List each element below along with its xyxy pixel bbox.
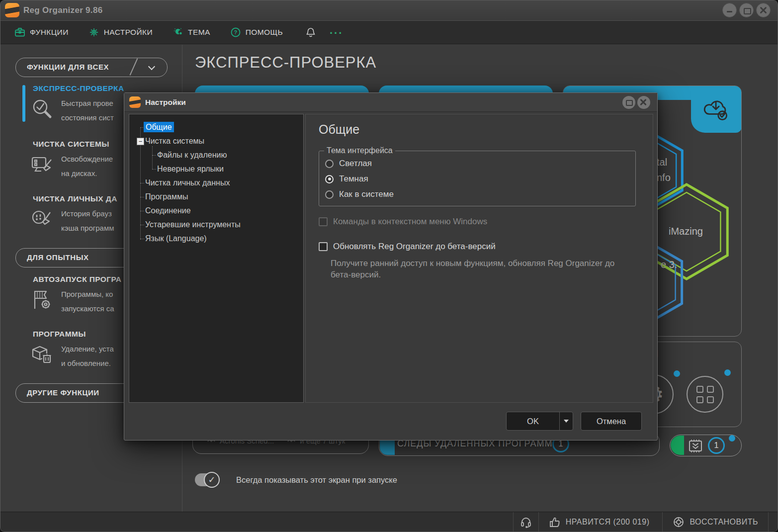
box-trash-icon xyxy=(30,343,54,368)
title-bar: Reg Organizer 9.86 xyxy=(0,0,778,20)
beta-checkbox[interactable] xyxy=(319,242,328,251)
theme-group-label: Тема интерфейса xyxy=(324,146,395,155)
menu-more-label: ... xyxy=(330,28,343,33)
apps-grid-button[interactable] xyxy=(687,376,723,413)
dialog-maximize-button[interactable] xyxy=(622,96,635,109)
app-title: Reg Organizer 9.86 xyxy=(23,5,102,15)
beta-description: Получите ранний доступ к новым функциям,… xyxy=(331,258,639,280)
radio-light-label: Светлая xyxy=(339,159,372,169)
radio-system[interactable] xyxy=(325,190,334,199)
cancel-button-label: Отмена xyxy=(597,417,626,426)
tree-item-connection[interactable]: Соединение xyxy=(129,204,303,218)
like-button[interactable]: НРАВИТСЯ (200 019) xyxy=(538,512,660,532)
radio-row-system[interactable]: Как в системе xyxy=(325,188,629,200)
tree-item-general[interactable]: Общие xyxy=(129,120,303,134)
sidebar-item-title: АВТОЗАПУСК ПРОГРА xyxy=(33,275,121,284)
flag-gear-icon xyxy=(30,288,54,314)
support-button[interactable] xyxy=(513,512,538,532)
restore-button[interactable]: ВОССТАНОВИТЬ xyxy=(662,512,769,532)
notifications-bell-icon[interactable] xyxy=(306,27,316,38)
radio-row-light[interactable]: Светлая xyxy=(325,158,629,170)
app-logo-icon xyxy=(129,96,141,108)
maximize-button[interactable] xyxy=(739,3,754,17)
sidebar-item-desc: Удаление, устаи обновление. xyxy=(61,342,114,370)
dialog-title-bar: Настройки xyxy=(124,93,657,112)
caret-down-icon xyxy=(564,420,569,423)
sidebar-item-desc: Программы, козапускаются са xyxy=(61,287,114,316)
svg-text:?: ? xyxy=(234,29,237,35)
sidebar-item-title: ЧИСТКА СИСТЕМЫ xyxy=(33,140,109,149)
app-window: Reg Organizer 9.86 ФУНКЦИИ НАСТРОЙКИ ТЕМ… xyxy=(0,0,778,532)
section-label: ДЛЯ ОПЫТНЫХ xyxy=(27,253,89,262)
tree-item-files-to-delete[interactable]: Файлы к удалению xyxy=(129,148,303,162)
cancel-button[interactable]: Отмена xyxy=(581,412,642,431)
menu-theme[interactable]: ТЕМА xyxy=(173,27,210,38)
sidebar-item-title: ЭКСПРЕСС-ПРОВЕРКА xyxy=(33,84,124,93)
driver-updates-pill[interactable]: 1 xyxy=(670,435,742,456)
panel-heading: Общие xyxy=(319,122,359,137)
pill-count-badge: 1 xyxy=(708,437,725,454)
radio-row-dark[interactable]: Темная xyxy=(325,173,629,185)
sidebar-item-title: ЧИСТКА ЛИЧНЫХ ДА xyxy=(33,194,117,203)
minimize-button[interactable] xyxy=(722,3,737,17)
menu-help[interactable]: ? ПОМОЩЬ xyxy=(230,27,283,38)
sidebar-item-title: ПРОГРАММЫ xyxy=(33,330,86,339)
sidebar-item-desc: История браузкэша программ xyxy=(61,206,114,235)
tree-item-private-data[interactable]: Чистка личных данных xyxy=(129,176,303,190)
page-title: ЭКСПРЕСС-ПРОВЕРКА xyxy=(195,54,376,72)
settings-tree: Общие − Чистка системы Файлы к удалению … xyxy=(129,114,304,403)
like-label: НРАВИТСЯ (200 019) xyxy=(566,518,650,527)
beta-checkbox-row[interactable]: Обновлять Reg Organizer до бета-версий xyxy=(319,242,496,252)
show-on-startup-toggle[interactable] xyxy=(195,473,218,486)
settings-dialog: Настройки Общие − Чистка системы Файлы к… xyxy=(124,92,658,441)
startup-toggle-row: Всегда показывать этот экран при запуске xyxy=(195,473,397,486)
hex-app-label-3[interactable]: e 3. xyxy=(661,259,677,270)
menu-more[interactable]: ... xyxy=(330,28,343,33)
tree-item-programs[interactable]: Программы xyxy=(129,190,303,204)
notification-dot xyxy=(729,435,735,442)
menu-functions-label: ФУНКЦИИ xyxy=(30,28,69,37)
close-button[interactable] xyxy=(756,3,771,17)
sidebar-item-desc: Освобождениена дисках. xyxy=(61,152,113,180)
menu-bar: ФУНКЦИИ НАСТРОЙКИ ТЕМА ? ПОМОЩЬ ... xyxy=(0,20,778,44)
menu-help-label: ПОМОЩЬ xyxy=(246,28,283,37)
status-bar: НРАВИТСЯ (200 019) ВОССТАНОВИТЬ xyxy=(0,512,778,532)
tree-item-legacy-tools[interactable]: Устаревшие инструменты xyxy=(129,218,303,232)
monitor-broom-icon xyxy=(30,153,54,178)
ok-dropdown[interactable] xyxy=(559,412,573,430)
tree-item-system-cleanup[interactable]: − Чистка системы xyxy=(129,134,303,148)
pill-accent xyxy=(671,436,684,455)
context-menu-checkbox xyxy=(319,217,328,226)
help-icon: ? xyxy=(230,27,241,38)
notification-dot xyxy=(674,370,680,377)
menu-theme-label: ТЕМА xyxy=(188,28,210,37)
check-icon xyxy=(204,472,220,488)
radio-dark[interactable] xyxy=(325,175,334,183)
gear-icon xyxy=(88,27,99,38)
sidebar-item-desc: Быстрая провесостояния сист xyxy=(61,96,114,125)
hex-app-label-1[interactable]: tal nfo xyxy=(657,155,671,185)
sidebar-filter-button[interactable]: ФУНКЦИИ ДЛЯ ВСЕХ xyxy=(15,58,168,77)
context-menu-checkbox-row: Команды в контекстном меню Windows xyxy=(319,217,487,227)
chevron-down-icon xyxy=(148,63,155,70)
tree-item-language[interactable]: Язык (Language) xyxy=(129,232,303,246)
ok-button[interactable]: OK xyxy=(506,412,573,431)
briefcase-icon xyxy=(14,27,25,38)
ok-button-label: OK xyxy=(527,417,539,426)
menu-settings[interactable]: НАСТРОЙКИ xyxy=(88,27,153,38)
context-menu-label: Команды в контекстном меню Windows xyxy=(333,217,487,227)
radio-system-label: Как в системе xyxy=(339,189,394,199)
tree-item-invalid-shortcuts[interactable]: Неверные ярлыки xyxy=(129,162,303,176)
radio-light[interactable] xyxy=(325,160,334,168)
section-label: ДРУГИЕ ФУНКЦИИ xyxy=(27,388,99,397)
menu-settings-label: НАСТРОЙКИ xyxy=(104,28,153,37)
headset-icon xyxy=(520,516,532,528)
lifebuoy-icon xyxy=(673,516,685,528)
hex-app-label-2[interactable]: iMazing xyxy=(669,226,703,237)
sidebar-filter-label: ФУНКЦИИ ДЛЯ ВСЕХ xyxy=(27,63,109,71)
theme-group: Тема интерфейса Светлая Темная Как в сис… xyxy=(319,151,636,206)
menu-functions[interactable]: ФУНКЦИИ xyxy=(14,27,69,38)
tree-collapse-icon[interactable]: − xyxy=(137,138,144,145)
theme-lamp-icon xyxy=(173,27,183,38)
dialog-close-button[interactable] xyxy=(637,96,650,109)
